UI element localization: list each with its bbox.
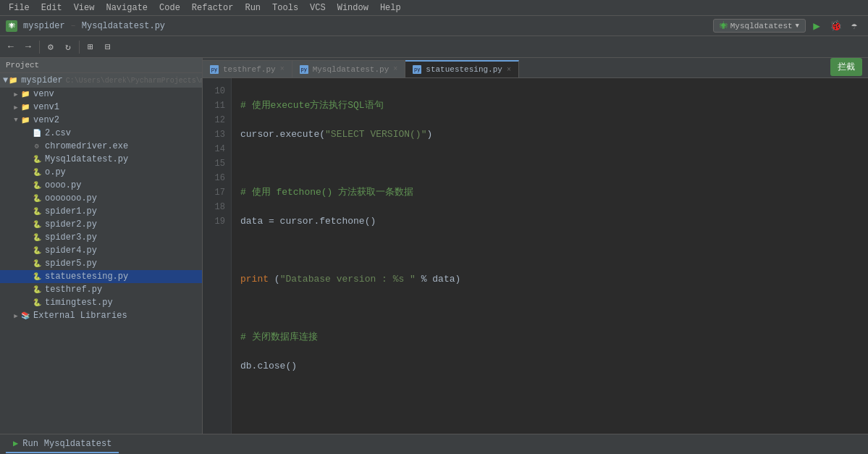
tab-bar: py testhref.py × py Mysqldatatest.py × p… [203, 58, 868, 78]
sidebar-item-label: oooo.py [45, 180, 81, 190]
sidebar-item-chromedriver[interactable]: ⚙ chromedriver.exe [0, 140, 202, 153]
code-line-17 [240, 301, 859, 316]
code-editor[interactable]: 10 11 12 13 14 15 16 17 18 19 # 使用execut… [203, 78, 868, 434]
menu-file[interactable]: File [3, 1, 35, 14]
settings-button[interactable]: ⚙ [43, 39, 59, 55]
menu-refactor[interactable]: Refactor [186, 1, 240, 14]
py-file-icon: 🐍 [32, 258, 42, 269]
sidebar-item-label: spider4.py [45, 245, 97, 256]
sidebar-item-statuestesing[interactable]: 🐍 statuestesing.py [0, 270, 202, 283]
sidebar-item-testhref[interactable]: 🐍 testhref.py [0, 283, 202, 296]
bottom-tab-run[interactable]: ▶ Run Mysqldatatest [6, 435, 119, 453]
run-config-name: Mysqldatatest [730, 22, 793, 30]
debug-button[interactable]: 🐞 [827, 18, 843, 34]
sidebar-item-opy[interactable]: 🐍 o.py [0, 166, 202, 179]
sidebar-item-mysqldatatest[interactable]: 🐍 Mysqldatatest.py [0, 153, 202, 166]
py-file-icon: 🐍 [32, 206, 42, 217]
bottom-tab-run-label: Run [22, 439, 38, 449]
project-root[interactable]: ▼ 📁 myspider C:\Users\derek\PycharmProje… [0, 73, 202, 88]
sidebar-item-external-libraries[interactable]: ▶ 📚 External Libraries [0, 309, 202, 322]
menu-edit[interactable]: Edit [35, 1, 68, 14]
menu-vcs[interactable]: VCS [304, 1, 332, 14]
root-path: C:\Users\derek\PycharmProjects\my [66, 77, 203, 85]
sidebar-item-label: venv2 [33, 115, 59, 125]
py-file-icon: 🐍 [32, 167, 42, 177]
extlib-icon: 📚 [20, 311, 30, 321]
tab-mysqldatatest-close[interactable]: × [393, 65, 397, 73]
toolbar: ← → ⚙ ↻ ⊞ ⊟ [0, 36, 868, 58]
tab-testhref-close[interactable]: × [280, 65, 285, 73]
forward-button[interactable]: → [20, 39, 36, 55]
collapse-button[interactable]: ⊟ [100, 39, 116, 55]
sidebar-item-spider4[interactable]: 🐍 spider4.py [0, 244, 202, 257]
code-line-18: # 关闭数据库连接 [240, 330, 859, 345]
sidebar-item-label: ooooooo.py [45, 193, 97, 203]
sidebar-item-spider1[interactable]: 🐍 spider1.py [0, 205, 202, 218]
sidebar-item-spider5[interactable]: 🐍 spider5.py [0, 257, 202, 270]
menu-tools[interactable]: Tools [266, 1, 304, 14]
menu-code[interactable]: Code [153, 1, 186, 14]
toolbar-separator [39, 41, 40, 54]
back-button[interactable]: ← [3, 39, 19, 55]
code-line-19: db.close() [240, 359, 859, 374]
sidebar-item-label: Mysqldatatest.py [45, 154, 128, 164]
sidebar-item-label: spider3.py [45, 232, 97, 243]
tab-statuestesing-icon: py [413, 65, 421, 74]
run-icon: ▶ [13, 438, 18, 449]
py-file-icon: 🐍 [32, 154, 42, 164]
sidebar-item-timingtest[interactable]: 🐍 timingtest.py [0, 296, 202, 309]
sidebar-item-label: o.py [45, 167, 66, 177]
sidebar-header: Project [0, 58, 202, 73]
run-name-label: Mysqldatatest [44, 439, 112, 449]
sync-button[interactable]: ↻ [60, 39, 76, 55]
project-icon: 🕷 [6, 20, 17, 32]
sidebar-item-label: spider1.py [45, 206, 97, 217]
coverage-button[interactable]: ☂ [846, 18, 862, 34]
venv2-folder-icon: 📁 [20, 115, 30, 125]
tab-statuestesing[interactable]: py statuestesing.py × [405, 60, 519, 77]
venv-arrow: ▶ [12, 90, 20, 98]
py-file-icon: 🐍 [32, 272, 42, 282]
sidebar-item-spider2[interactable]: 🐍 spider2.py [0, 218, 202, 231]
toolbar-separator-2 [79, 41, 80, 54]
tab-mysqldatatest[interactable]: py Mysqldatatest.py × [292, 60, 406, 77]
sidebar-item-label: External Libraries [33, 311, 127, 321]
tab-testhref[interactable]: py testhref.py × [203, 60, 292, 77]
tab-testhref-icon: py [210, 65, 219, 74]
code-line-14: data = cursor.fetchone() [240, 214, 859, 229]
menu-help[interactable]: Help [374, 1, 407, 14]
main-layout: Project ▼ 📁 myspider C:\Users\derek\Pych… [0, 58, 868, 434]
extlib-arrow: ▶ [12, 311, 20, 320]
watermark-button[interactable]: 拦截 [830, 58, 862, 76]
py-file-icon: 🐍 [32, 232, 42, 243]
project-sidebar: Project ▼ 📁 myspider C:\Users\derek\Pych… [0, 58, 203, 434]
code-line-16: print ("Database version : %s " % data) [240, 272, 859, 287]
sidebar-item-venv2[interactable]: ▼ 📁 venv2 [0, 114, 202, 127]
py-file-icon: 🐍 [32, 193, 42, 203]
tab-statuestesing-label: statuestesing.py [426, 65, 502, 74]
py-file-icon: 🐍 [32, 298, 42, 308]
menu-view[interactable]: View [68, 1, 101, 14]
code-content[interactable]: # 使用execute方法执行SQL语句 cursor.execute("SEL… [232, 78, 868, 434]
line-numbers: 10 11 12 13 14 15 16 17 18 19 [203, 78, 232, 434]
chevron-down-icon: ▼ [796, 22, 799, 30]
menu-run[interactable]: Run [239, 1, 266, 14]
sidebar-item-oooooooopy[interactable]: 🐍 ooooooo.py [0, 192, 202, 205]
sidebar-item-label: timingtest.py [45, 298, 113, 308]
sidebar-item-2csv[interactable]: 📄 2.csv [0, 127, 202, 140]
menu-navigate[interactable]: Navigate [100, 1, 153, 14]
run-button[interactable]: ▶ [809, 18, 825, 34]
sidebar-item-venv[interactable]: ▶ 📁 venv [0, 88, 202, 101]
sidebar-item-oooopy[interactable]: 🐍 oooo.py [0, 179, 202, 192]
tab-statuestesing-close[interactable]: × [507, 66, 511, 74]
bottom-panel: ▶ Run Mysqldatatest ▶ ↺ ■ ✕ D:\Python27\… [0, 434, 868, 454]
2csv-arrow [23, 129, 32, 138]
venv-folder-icon: 📁 [20, 89, 30, 99]
sidebar-item-venv1[interactable]: ▶ 📁 venv1 [0, 101, 202, 114]
py-file-icon: 🐍 [32, 180, 42, 190]
run-config-selector[interactable]: 🕷 Mysqldatatest ▼ [713, 19, 806, 33]
root-folder-icon: 📁 [8, 75, 18, 85]
expand-button[interactable]: ⊞ [83, 39, 98, 55]
sidebar-item-spider3[interactable]: 🐍 spider3.py [0, 231, 202, 244]
menu-window[interactable]: Window [332, 1, 374, 14]
